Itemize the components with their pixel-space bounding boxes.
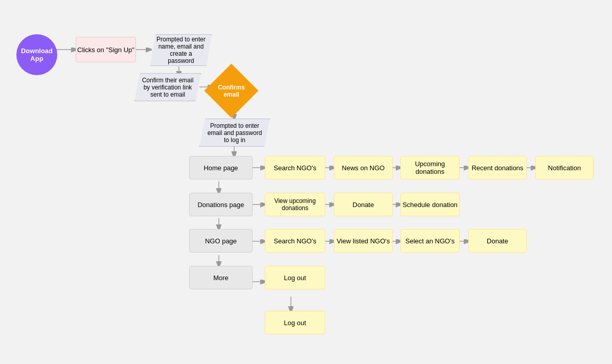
canvas: Download App Clicks on "Sign Up" Prompte… — [0, 0, 612, 364]
more-node: More — [189, 266, 253, 289]
log-out-more-node: Log out — [265, 266, 325, 289]
search-ngos-ngo-node: Search NGO's — [265, 229, 325, 253]
donate-donations-node: Donate — [334, 193, 393, 216]
home-page-node: Home page — [189, 156, 253, 179]
donations-page-node: Donations page — [189, 193, 253, 216]
confirms-email-node: Confirms email — [204, 63, 258, 118]
schedule-donation-node: Schedule donation — [400, 193, 460, 216]
recent-donations-node: Recent donations — [468, 156, 527, 179]
select-ngo-node: Select an NGO's — [400, 229, 460, 253]
donate-ngo-node: Donate — [468, 229, 527, 253]
ngo-page-node: NGO page — [189, 229, 253, 253]
prompted-name-node: Prompted to enter name, email and create… — [150, 34, 212, 66]
confirm-email-text-node: Confirm their email by verification link… — [134, 73, 201, 101]
clicks-signup-node: Clicks on "Sign Up" — [76, 37, 136, 62]
search-ngos-home-node: Search NGO's — [265, 156, 325, 179]
download-app-node: Download App — [16, 34, 57, 75]
prompted-login-node: Prompted to enter email and password to … — [199, 119, 270, 147]
view-upcoming-node: View upcoming donations — [265, 193, 325, 216]
upcoming-donations-node: Upcoming donations — [400, 156, 460, 179]
notification-node: Notification — [535, 156, 594, 179]
news-on-ngo-node: News on NGO — [334, 156, 393, 179]
log-out-bottom-node: Log out — [265, 311, 325, 334]
view-listed-ngos-node: View listed NGO's — [334, 229, 393, 253]
